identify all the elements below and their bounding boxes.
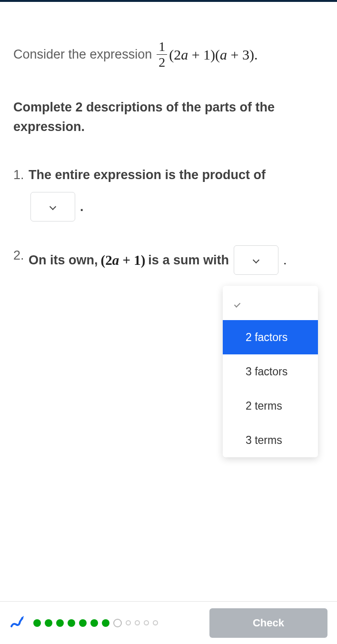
q2-suffix: is a sum with	[148, 250, 229, 271]
q2-prefix: On its own,	[29, 250, 98, 271]
progress-dot-filled	[68, 619, 75, 627]
progress-dot-filled	[45, 619, 52, 627]
progress-dots	[33, 619, 158, 627]
scratchpad-icon[interactable]	[10, 615, 26, 631]
question-2: 2. On its own, (2a + 1) is a sum with .	[29, 245, 324, 275]
option-3-terms[interactable]: 3 terms	[223, 423, 318, 457]
progress-dot-empty	[126, 620, 131, 625]
q1-text: The entire expression is the product of	[29, 168, 266, 182]
option-2-factors[interactable]: 2 factors	[223, 320, 318, 354]
q2-number: 2.	[13, 245, 24, 266]
question-list: 1. The entire expression is the product …	[13, 165, 324, 275]
progress-dot-filled	[90, 619, 98, 627]
option-3-factors[interactable]: 3 factors	[223, 354, 318, 389]
progress-dot-empty	[135, 620, 140, 625]
footer-left	[10, 615, 158, 631]
option-empty[interactable]	[223, 286, 318, 320]
expression-factors: (2a + 1)(a + 3).	[169, 44, 258, 65]
dropdown-menu: 2 factors 3 factors 2 terms 3 terms	[223, 286, 318, 457]
denominator: 2	[157, 55, 167, 69]
q1-period: .	[80, 197, 84, 217]
progress-dot-empty	[144, 620, 149, 625]
option-2-terms[interactable]: 2 terms	[223, 389, 318, 423]
progress-dot-current	[113, 619, 122, 627]
progress-dot-empty	[153, 620, 158, 625]
intro-prefix: Consider the expression	[13, 45, 152, 64]
check-button[interactable]: Check	[209, 608, 327, 638]
q2-dropdown[interactable]	[234, 245, 278, 275]
intro-expression: Consider the expression 1 2 (2a + 1)(a +…	[13, 40, 324, 69]
q2-period: .	[283, 250, 287, 271]
progress-dot-filled	[56, 619, 64, 627]
chevron-down-icon	[50, 203, 56, 210]
q1-number: 1.	[13, 165, 24, 185]
progress-dot-filled	[102, 619, 109, 627]
prompt-text: Complete 2 descriptions of the parts of …	[13, 98, 324, 136]
progress-dot-filled	[79, 619, 87, 627]
main-content: Consider the expression 1 2 (2a + 1)(a +…	[0, 2, 337, 275]
numerator: 1	[157, 40, 167, 55]
progress-dot-filled	[33, 619, 41, 627]
math-expression: 1 2 (2a + 1)(a + 3).	[155, 40, 258, 69]
check-icon	[234, 298, 244, 308]
q2-math: (2a + 1)	[101, 249, 146, 271]
chevron-down-icon	[253, 257, 259, 263]
q1-dropdown[interactable]	[30, 192, 75, 221]
question-1: 1. The entire expression is the product …	[29, 165, 324, 221]
fraction: 1 2	[157, 40, 167, 69]
footer-bar: Check	[0, 601, 337, 644]
